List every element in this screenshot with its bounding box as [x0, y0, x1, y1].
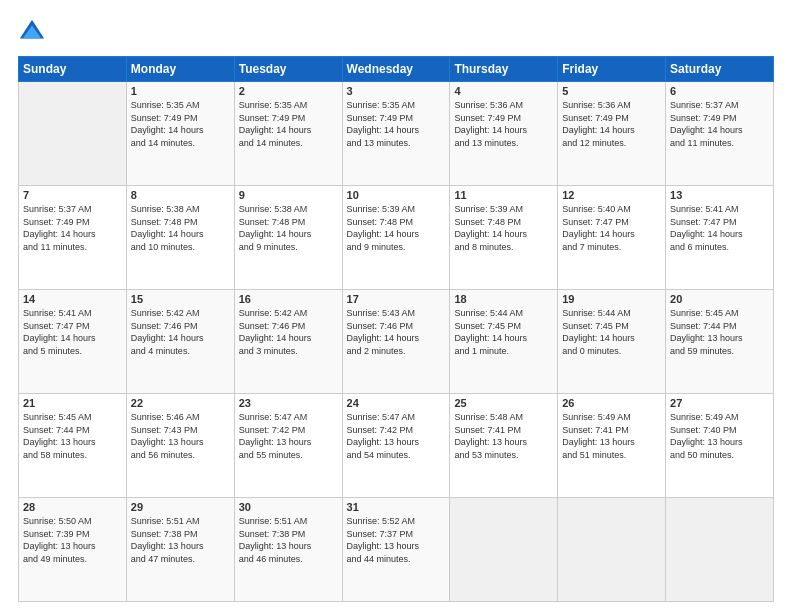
day-number: 13: [670, 189, 769, 201]
day-info: Sunrise: 5:52 AMSunset: 7:37 PMDaylight:…: [347, 515, 446, 565]
week-row-1: 7Sunrise: 5:37 AMSunset: 7:49 PMDaylight…: [19, 186, 774, 290]
logo: [18, 18, 50, 46]
day-info: Sunrise: 5:46 AMSunset: 7:43 PMDaylight:…: [131, 411, 230, 461]
calendar-cell: 18Sunrise: 5:44 AMSunset: 7:45 PMDayligh…: [450, 290, 558, 394]
calendar-cell: 9Sunrise: 5:38 AMSunset: 7:48 PMDaylight…: [234, 186, 342, 290]
day-number: 4: [454, 85, 553, 97]
calendar-cell: 20Sunrise: 5:45 AMSunset: 7:44 PMDayligh…: [666, 290, 774, 394]
week-row-0: 1Sunrise: 5:35 AMSunset: 7:49 PMDaylight…: [19, 82, 774, 186]
day-info: Sunrise: 5:36 AMSunset: 7:49 PMDaylight:…: [562, 99, 661, 149]
day-info: Sunrise: 5:41 AMSunset: 7:47 PMDaylight:…: [23, 307, 122, 357]
day-info: Sunrise: 5:49 AMSunset: 7:40 PMDaylight:…: [670, 411, 769, 461]
day-number: 20: [670, 293, 769, 305]
calendar-cell: 30Sunrise: 5:51 AMSunset: 7:38 PMDayligh…: [234, 498, 342, 602]
calendar-cell: 22Sunrise: 5:46 AMSunset: 7:43 PMDayligh…: [126, 394, 234, 498]
day-info: Sunrise: 5:39 AMSunset: 7:48 PMDaylight:…: [347, 203, 446, 253]
day-info: Sunrise: 5:45 AMSunset: 7:44 PMDaylight:…: [23, 411, 122, 461]
day-info: Sunrise: 5:48 AMSunset: 7:41 PMDaylight:…: [454, 411, 553, 461]
calendar-cell: 29Sunrise: 5:51 AMSunset: 7:38 PMDayligh…: [126, 498, 234, 602]
day-number: 26: [562, 397, 661, 409]
day-info: Sunrise: 5:37 AMSunset: 7:49 PMDaylight:…: [23, 203, 122, 253]
header-cell-wednesday: Wednesday: [342, 57, 450, 82]
day-info: Sunrise: 5:42 AMSunset: 7:46 PMDaylight:…: [131, 307, 230, 357]
calendar-cell: 3Sunrise: 5:35 AMSunset: 7:49 PMDaylight…: [342, 82, 450, 186]
calendar-cell: 5Sunrise: 5:36 AMSunset: 7:49 PMDaylight…: [558, 82, 666, 186]
week-row-3: 21Sunrise: 5:45 AMSunset: 7:44 PMDayligh…: [19, 394, 774, 498]
calendar-cell: 24Sunrise: 5:47 AMSunset: 7:42 PMDayligh…: [342, 394, 450, 498]
calendar-cell: 7Sunrise: 5:37 AMSunset: 7:49 PMDaylight…: [19, 186, 127, 290]
day-number: 12: [562, 189, 661, 201]
logo-icon: [18, 18, 46, 46]
day-number: 18: [454, 293, 553, 305]
calendar-cell: 21Sunrise: 5:45 AMSunset: 7:44 PMDayligh…: [19, 394, 127, 498]
calendar-cell: 14Sunrise: 5:41 AMSunset: 7:47 PMDayligh…: [19, 290, 127, 394]
page: SundayMondayTuesdayWednesdayThursdayFrid…: [0, 0, 792, 612]
day-number: 7: [23, 189, 122, 201]
week-row-2: 14Sunrise: 5:41 AMSunset: 7:47 PMDayligh…: [19, 290, 774, 394]
day-info: Sunrise: 5:35 AMSunset: 7:49 PMDaylight:…: [131, 99, 230, 149]
day-number: 30: [239, 501, 338, 513]
day-info: Sunrise: 5:40 AMSunset: 7:47 PMDaylight:…: [562, 203, 661, 253]
day-number: 5: [562, 85, 661, 97]
header-cell-sunday: Sunday: [19, 57, 127, 82]
day-number: 1: [131, 85, 230, 97]
day-number: 17: [347, 293, 446, 305]
day-info: Sunrise: 5:37 AMSunset: 7:49 PMDaylight:…: [670, 99, 769, 149]
day-info: Sunrise: 5:47 AMSunset: 7:42 PMDaylight:…: [347, 411, 446, 461]
calendar-cell: 10Sunrise: 5:39 AMSunset: 7:48 PMDayligh…: [342, 186, 450, 290]
day-info: Sunrise: 5:49 AMSunset: 7:41 PMDaylight:…: [562, 411, 661, 461]
calendar-cell: [558, 498, 666, 602]
calendar-cell: 16Sunrise: 5:42 AMSunset: 7:46 PMDayligh…: [234, 290, 342, 394]
day-info: Sunrise: 5:36 AMSunset: 7:49 PMDaylight:…: [454, 99, 553, 149]
calendar-cell: 17Sunrise: 5:43 AMSunset: 7:46 PMDayligh…: [342, 290, 450, 394]
header-cell-friday: Friday: [558, 57, 666, 82]
day-number: 14: [23, 293, 122, 305]
day-number: 27: [670, 397, 769, 409]
week-row-4: 28Sunrise: 5:50 AMSunset: 7:39 PMDayligh…: [19, 498, 774, 602]
calendar-header: SundayMondayTuesdayWednesdayThursdayFrid…: [19, 57, 774, 82]
calendar-cell: 31Sunrise: 5:52 AMSunset: 7:37 PMDayligh…: [342, 498, 450, 602]
calendar-cell: 6Sunrise: 5:37 AMSunset: 7:49 PMDaylight…: [666, 82, 774, 186]
day-number: 21: [23, 397, 122, 409]
day-info: Sunrise: 5:47 AMSunset: 7:42 PMDaylight:…: [239, 411, 338, 461]
day-number: 31: [347, 501, 446, 513]
header-cell-tuesday: Tuesday: [234, 57, 342, 82]
calendar-cell: 15Sunrise: 5:42 AMSunset: 7:46 PMDayligh…: [126, 290, 234, 394]
day-info: Sunrise: 5:41 AMSunset: 7:47 PMDaylight:…: [670, 203, 769, 253]
day-info: Sunrise: 5:42 AMSunset: 7:46 PMDaylight:…: [239, 307, 338, 357]
day-number: 3: [347, 85, 446, 97]
day-number: 11: [454, 189, 553, 201]
day-number: 9: [239, 189, 338, 201]
calendar-cell: [19, 82, 127, 186]
day-info: Sunrise: 5:50 AMSunset: 7:39 PMDaylight:…: [23, 515, 122, 565]
day-number: 24: [347, 397, 446, 409]
day-number: 15: [131, 293, 230, 305]
header-row: SundayMondayTuesdayWednesdayThursdayFrid…: [19, 57, 774, 82]
calendar-cell: 11Sunrise: 5:39 AMSunset: 7:48 PMDayligh…: [450, 186, 558, 290]
header-cell-saturday: Saturday: [666, 57, 774, 82]
calendar-cell: 28Sunrise: 5:50 AMSunset: 7:39 PMDayligh…: [19, 498, 127, 602]
calendar-cell: 13Sunrise: 5:41 AMSunset: 7:47 PMDayligh…: [666, 186, 774, 290]
calendar-cell: 19Sunrise: 5:44 AMSunset: 7:45 PMDayligh…: [558, 290, 666, 394]
day-number: 8: [131, 189, 230, 201]
day-info: Sunrise: 5:44 AMSunset: 7:45 PMDaylight:…: [454, 307, 553, 357]
calendar-cell: 8Sunrise: 5:38 AMSunset: 7:48 PMDaylight…: [126, 186, 234, 290]
header-cell-thursday: Thursday: [450, 57, 558, 82]
calendar-cell: 2Sunrise: 5:35 AMSunset: 7:49 PMDaylight…: [234, 82, 342, 186]
day-number: 2: [239, 85, 338, 97]
day-info: Sunrise: 5:38 AMSunset: 7:48 PMDaylight:…: [131, 203, 230, 253]
calendar-body: 1Sunrise: 5:35 AMSunset: 7:49 PMDaylight…: [19, 82, 774, 602]
day-info: Sunrise: 5:43 AMSunset: 7:46 PMDaylight:…: [347, 307, 446, 357]
day-info: Sunrise: 5:38 AMSunset: 7:48 PMDaylight:…: [239, 203, 338, 253]
calendar-cell: 26Sunrise: 5:49 AMSunset: 7:41 PMDayligh…: [558, 394, 666, 498]
day-info: Sunrise: 5:51 AMSunset: 7:38 PMDaylight:…: [131, 515, 230, 565]
day-number: 25: [454, 397, 553, 409]
day-number: 28: [23, 501, 122, 513]
day-number: 6: [670, 85, 769, 97]
day-info: Sunrise: 5:39 AMSunset: 7:48 PMDaylight:…: [454, 203, 553, 253]
day-info: Sunrise: 5:35 AMSunset: 7:49 PMDaylight:…: [239, 99, 338, 149]
calendar-cell: 27Sunrise: 5:49 AMSunset: 7:40 PMDayligh…: [666, 394, 774, 498]
day-number: 29: [131, 501, 230, 513]
day-number: 22: [131, 397, 230, 409]
day-number: 16: [239, 293, 338, 305]
